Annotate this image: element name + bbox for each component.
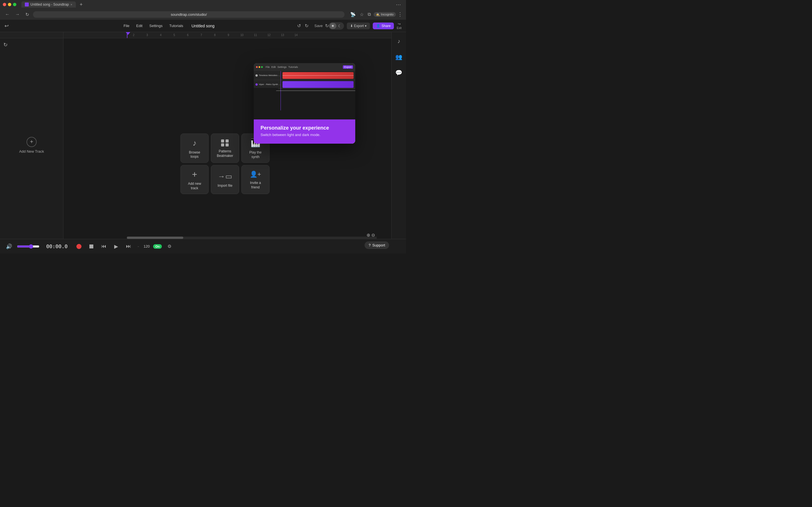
stop-button[interactable] [87, 242, 96, 251]
refresh-button[interactable]: ↻ [24, 11, 31, 18]
forward-button[interactable]: → [13, 11, 21, 17]
window-controls [3, 3, 16, 6]
minimize-window-button[interactable] [8, 3, 11, 6]
app-back-button[interactable]: ↩ [4, 23, 9, 29]
bpm-display: 120 [144, 244, 150, 248]
tab-close-button[interactable]: × [70, 3, 72, 6]
add-track-label: Add New Track [19, 149, 44, 154]
browse-loops-card[interactable]: ♪ Browseloops [181, 133, 209, 163]
theme-toggle: ☀ ☾ [329, 22, 344, 30]
incognito-icon: 🕵 [376, 13, 380, 16]
address-bar: ← → ↻ 📡 ☆ ⧉ 🕵 Incognito ⋮ [0, 9, 406, 20]
exit-icon: ↪ [398, 22, 401, 26]
browser-kebab-menu[interactable]: ⋮ [398, 11, 403, 17]
loop-icon-container: ↻ [0, 38, 63, 51]
mini-waveform-2 [283, 81, 354, 88]
browser-tab[interactable]: Untitled song - Soundtrap × [21, 1, 76, 8]
save-button[interactable]: Save [312, 22, 325, 29]
new-tab-button[interactable]: + [78, 2, 85, 8]
cast-icon[interactable]: 📡 [349, 11, 357, 18]
share-icon: 👤 [376, 24, 380, 28]
transport-settings-button[interactable]: ⚙ [167, 244, 171, 249]
dark-mode-button[interactable]: ☾ [336, 23, 343, 29]
tutorial-subtitle: Switch between light and dark mode. [260, 133, 349, 137]
tutorial-title: Personalize your experience [260, 125, 349, 131]
mini-edit-menu: Edit [271, 66, 276, 68]
maximize-window-button[interactable] [13, 3, 16, 6]
edit-menu[interactable]: Edit [133, 22, 145, 29]
support-button[interactable]: ? Support [364, 241, 389, 249]
support-icon: ? [368, 243, 370, 247]
add-track-card-icon: + [192, 170, 197, 179]
playhead [127, 32, 128, 38]
ruler-number-13: 13 [276, 34, 289, 37]
fast-forward-button[interactable]: ⏭ [124, 242, 133, 251]
url-input[interactable] [33, 11, 345, 18]
rewind-button[interactable]: ⏮ [99, 242, 108, 251]
volume-button[interactable]: 🔊 [4, 242, 13, 251]
ruler-number-6: 6 [181, 34, 195, 37]
play-button[interactable]: ▶ [112, 242, 121, 251]
collaborators-button[interactable]: 👥 [393, 51, 405, 62]
track-header [0, 32, 63, 38]
add-new-track-label: Add newtrack [188, 182, 201, 190]
share-button[interactable]: 👤 Share [373, 22, 394, 29]
mini-track-1: Timeless Melodies - Ene... [254, 71, 355, 80]
ruler-number-9: 9 [221, 34, 235, 37]
import-icon: →▭ [218, 172, 232, 181]
music-icon: ♪ [398, 38, 400, 45]
time-display: 00:00.0 [46, 243, 68, 249]
record-button[interactable] [74, 242, 84, 251]
sync-button[interactable]: ↻ [325, 23, 329, 29]
exit-button[interactable]: ↪ Exit [397, 22, 402, 30]
chat-button[interactable]: 💬 [393, 67, 405, 78]
zoom-in-button[interactable]: ⊕ [366, 232, 370, 238]
rewind-icon: ⏮ [101, 243, 106, 249]
back-button[interactable]: ← [3, 11, 11, 17]
export-button[interactable]: ⬇ Export ▾ [347, 22, 370, 29]
patterns-beatmaker-card[interactable]: PatternsBeatmaker [211, 133, 239, 163]
ruler-number-10: 10 [235, 34, 249, 37]
close-window-button[interactable] [3, 3, 6, 6]
fast-forward-icon: ⏭ [126, 243, 131, 249]
add-new-track-card[interactable]: + Add newtrack [181, 165, 209, 194]
music-library-button[interactable]: ♪ [393, 36, 405, 47]
tab-favicon [25, 3, 29, 6]
invite-friend-card[interactable]: 👤+ Invite afriend [241, 165, 269, 194]
header-right: ☀ ☾ ⬇ Export ▾ 👤 Share ↪ Exit [329, 22, 402, 30]
volume-slider[interactable] [17, 244, 40, 249]
app-header: ↩ File Edit Settings Tutorials ↺ ↻ Save … [0, 20, 406, 32]
share-label: Share [382, 24, 391, 28]
support-label: Support [372, 243, 385, 247]
browser-chrome: Untitled song - Soundtrap × + ⋯ ← → ↻ 📡 … [0, 0, 406, 20]
browser-menu-icon[interactable]: ⋯ [396, 1, 403, 8]
invite-friend-label: Invite afriend [250, 181, 261, 189]
transport-divider: - [138, 244, 139, 249]
scrollbar-thumb[interactable] [127, 237, 183, 239]
bookmark-icon[interactable]: ☆ [359, 11, 365, 18]
redo-button[interactable]: ↻ [303, 22, 310, 29]
record-icon [77, 244, 82, 249]
import-file-card[interactable]: →▭ Import file [211, 165, 239, 194]
left-panel: ↻ + Add New Track [0, 32, 63, 239]
zoom-out-button[interactable]: ⊖ [371, 232, 375, 238]
horizontal-scrollbar[interactable] [127, 237, 377, 239]
zoom-controls: ⊕ ⊖ [366, 232, 375, 238]
stop-icon [89, 244, 93, 248]
tutorials-menu[interactable]: Tutorials [166, 22, 186, 29]
right-sidebar: ♪ 👥 💬 [391, 32, 406, 239]
undo-button[interactable]: ↺ [296, 22, 302, 29]
file-menu[interactable]: File [121, 22, 132, 29]
undo-redo-controls: ↺ ↻ [296, 22, 310, 29]
play-synth-label: Play thesynth [249, 151, 261, 159]
settings-menu[interactable]: Settings [146, 22, 165, 29]
people-icon: 👥 [395, 54, 402, 60]
ruler-number-11: 11 [249, 34, 262, 37]
playhead-triangle [126, 32, 130, 35]
incognito-label: Incognito [381, 13, 394, 16]
extension-icon[interactable]: ⧉ [366, 11, 372, 17]
add-track-area[interactable]: + Add New Track [0, 51, 63, 239]
mini-settings-menu: Settings [277, 66, 287, 68]
light-mode-button[interactable]: ☀ [329, 23, 336, 29]
on-badge: On [153, 244, 162, 249]
